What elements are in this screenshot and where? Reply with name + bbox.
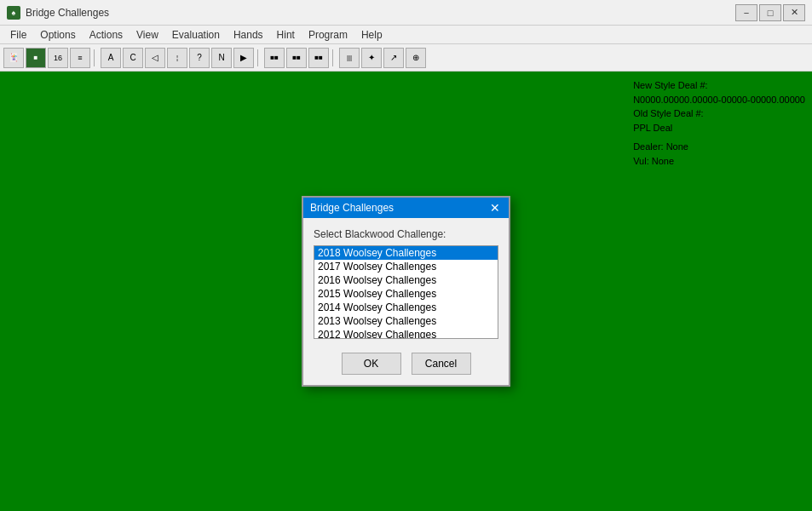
dialog-buttons: OK Cancel [303, 346, 509, 385]
separator-2 [257, 49, 261, 66]
dialog-title: Bridge Challenges [310, 202, 394, 214]
app-title: Bridge Challenges [26, 7, 109, 19]
menu-item-hands[interactable]: Hands [227, 27, 270, 43]
window-controls: − □ ✕ [735, 4, 805, 21]
menu-item-options[interactable]: Options [33, 27, 82, 43]
new-style-value: N0000.00000.00000-00000-00000.00000 [633, 93, 805, 107]
old-style-value: PPL Deal [633, 121, 805, 135]
list-item[interactable]: 2017 Woolsey Challenges [314, 260, 498, 273]
main-area: New Style Deal #: N0000.00000.00000-0000… [0, 72, 812, 511]
tb-btn-10[interactable]: N [211, 48, 232, 68]
menu-item-actions[interactable]: Actions [83, 27, 130, 43]
tb-btn-14[interactable]: ■■ [308, 48, 329, 68]
tb-btn-9[interactable]: ? [189, 48, 210, 68]
info-panel: New Style Deal #: N0000.00000.00000-0000… [633, 78, 805, 168]
app-icon: ♠ [7, 6, 20, 20]
tb-btn-2[interactable]: ■ [26, 48, 46, 68]
list-item[interactable]: 2016 Woolsey Challenges [314, 273, 498, 287]
tb-btn-17[interactable]: ↗ [383, 48, 404, 68]
toolbar: 🃏 ■ 16 ≡ A C ◁ ¦ ? N ▶ ■■ ■■ ■■ ||| ✦ ↗ … [0, 44, 812, 72]
maximize-button[interactable]: □ [759, 4, 781, 21]
tb-btn-11[interactable]: ▶ [233, 48, 254, 68]
tb-btn-1[interactable]: 🃏 [3, 48, 24, 68]
dealer-label: Dealer: None [633, 140, 805, 154]
tb-btn-18[interactable]: ⊕ [406, 48, 426, 68]
menu-item-view[interactable]: View [130, 27, 165, 43]
list-item[interactable]: 2012 Woolsey Challenges [314, 328, 498, 339]
tb-btn-15[interactable]: ||| [339, 48, 360, 68]
vul-label: Vul: None [633, 154, 805, 169]
menu-item-file[interactable]: File [3, 27, 33, 43]
dialog-prompt: Select Blackwood Challenge: [314, 228, 498, 240]
tb-btn-8[interactable]: ¦ [167, 48, 187, 68]
list-item[interactable]: 2014 Woolsey Challenges [314, 301, 498, 314]
tb-btn-16[interactable]: ✦ [361, 48, 382, 68]
challenge-listbox[interactable]: 2018 Woolsey Challenges2017 Woolsey Chal… [314, 245, 498, 339]
old-style-label: Old Style Deal #: [633, 106, 805, 121]
separator-3 [332, 49, 336, 66]
tb-btn-12[interactable]: ■■ [264, 48, 285, 68]
menu-item-hint[interactable]: Hint [270, 27, 302, 43]
ok-button[interactable]: OK [342, 353, 401, 375]
close-button[interactable]: ✕ [783, 4, 805, 21]
separator-1 [94, 49, 97, 66]
tb-btn-6[interactable]: C [123, 48, 143, 68]
list-item[interactable]: 2013 Woolsey Challenges [314, 314, 498, 328]
list-item[interactable]: 2015 Woolsey Challenges [314, 287, 498, 301]
title-bar: ♠ Bridge Challenges − □ ✕ [0, 0, 812, 26]
menu-bar: FileOptionsActionsViewEvaluationHandsHin… [0, 26, 812, 44]
cancel-button[interactable]: Cancel [412, 353, 471, 375]
title-bar-left: ♠ Bridge Challenges [7, 6, 109, 20]
dialog-titlebar: Bridge Challenges ✕ [303, 198, 509, 218]
tb-btn-13[interactable]: ■■ [286, 48, 307, 68]
tb-btn-4[interactable]: ≡ [70, 48, 90, 68]
new-style-label: New Style Deal #: [633, 78, 805, 93]
menu-item-evaluation[interactable]: Evaluation [165, 27, 227, 43]
dialog-close-button[interactable]: ✕ [488, 202, 502, 214]
tb-btn-3[interactable]: 16 [48, 48, 68, 68]
menu-item-help[interactable]: Help [354, 27, 389, 43]
menu-item-program[interactable]: Program [302, 27, 354, 43]
tb-btn-7[interactable]: ◁ [145, 48, 165, 68]
bridge-challenges-dialog: Bridge Challenges ✕ Select Blackwood Cha… [302, 196, 510, 387]
list-item[interactable]: 2018 Woolsey Challenges [314, 246, 498, 260]
minimize-button[interactable]: − [735, 4, 757, 21]
tb-btn-5[interactable]: A [101, 48, 121, 68]
dialog-body: Select Blackwood Challenge: 2018 Woolsey… [303, 218, 509, 346]
